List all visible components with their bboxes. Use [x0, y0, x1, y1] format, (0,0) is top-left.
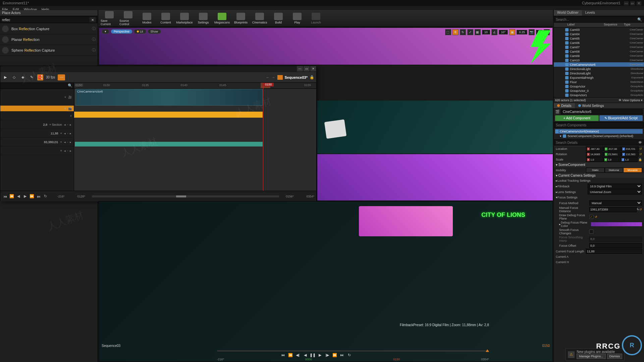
- folder-icon[interactable]: [277, 75, 283, 80]
- actor-result-row[interactable]: Box Reflection Captureⓘ: [0, 23, 98, 34]
- reset-icon[interactable]: ↺: [639, 147, 642, 150]
- toolbar-content-button[interactable]: Content: [157, 11, 174, 26]
- range-scrubber[interactable]: [92, 195, 279, 197]
- transform-scale-icon[interactable]: ⤢: [467, 29, 473, 35]
- cine-play-rev-button[interactable]: ◀: [303, 352, 308, 358]
- camera-settings-header[interactable]: ▾ Current Camera Settings: [554, 173, 644, 178]
- outliner-row[interactable]: DirectionalLightDirectional: [554, 71, 644, 75]
- curve-editor-button[interactable]: 〰: [58, 74, 65, 80]
- component-instance-row[interactable]: CineCameraActor6(Instance): [555, 129, 643, 134]
- blueprint-button[interactable]: ✎ Blueprint/Add Script: [599, 115, 643, 121]
- seq-close-button[interactable]: ✕: [310, 66, 316, 71]
- reset-icon[interactable]: ↺: [639, 208, 642, 211]
- outliner-search[interactable]: 🔍: [554, 16, 644, 22]
- toolbar-megascans-button[interactable]: Megascans: [213, 11, 231, 26]
- camera-icon[interactable]: 🎥: [68, 96, 72, 99]
- view-options-dropdown[interactable]: 👁 View Options ▾: [619, 99, 643, 102]
- search-components-input[interactable]: [556, 123, 642, 127]
- seq-key-button[interactable]: ◇: [11, 74, 17, 80]
- play-button[interactable]: ▶: [22, 194, 28, 199]
- seq-play-button[interactable]: ▶: [2, 74, 8, 80]
- focus-offset-input[interactable]: [589, 243, 642, 248]
- add-component-button[interactable]: + Add Component: [555, 115, 599, 121]
- cine-step-back-button[interactable]: ⏪: [288, 352, 293, 358]
- rotation-y-input[interactable]: Y23,5861: [604, 152, 621, 157]
- add-icon[interactable]: +: [64, 107, 66, 110]
- level-viewport[interactable]: ▾ Perspective Lit Show ⬚ ✥ ↻ ⤢ ▦ 10 ∠ 10…: [99, 27, 553, 65]
- outliner-row[interactable]: DirectionalLightDirectional: [554, 67, 644, 71]
- scene-component-header[interactable]: ▾ SceneComponent: [554, 162, 644, 167]
- draw-debug-plane-checkbox[interactable]: [589, 215, 593, 219]
- cine-to-start-button[interactable]: ⏮: [280, 352, 286, 358]
- info-icon[interactable]: ⓘ: [92, 37, 96, 42]
- tab-details[interactable]: Details: [554, 103, 575, 108]
- lit-mode-dropdown[interactable]: Lit: [134, 29, 146, 34]
- spawn-track-row[interactable]: + 🎬: [0, 106, 74, 112]
- actor-result-row[interactable]: Planar Reflectionⓘ: [0, 34, 98, 45]
- manual-distance-input[interactable]: [589, 207, 637, 212]
- transform-select-icon[interactable]: ⬚: [445, 29, 451, 35]
- to-end-button[interactable]: ⏭: [36, 194, 41, 199]
- outliner-row[interactable]: Cam07CineCamer: [554, 45, 644, 49]
- add-track-icon[interactable]: +: [64, 96, 66, 99]
- toolbar-source-control-button[interactable]: Source Control: [119, 11, 137, 26]
- cinematic-scrubber[interactable]: [217, 350, 489, 352]
- focus-method-dropdown[interactable]: Manual: [589, 200, 642, 205]
- property-track-row[interactable]: 2,8+ Section◂ ◦ ▸: [0, 120, 74, 129]
- tab-world-outliner[interactable]: World Outliner: [554, 10, 582, 16]
- show-dropdown[interactable]: Show: [148, 29, 161, 34]
- step-fwd-button[interactable]: ⏩: [29, 194, 35, 199]
- outliner-row[interactable]: Cam03CineCamer: [554, 27, 644, 32]
- camera-gizmo-icon[interactable]: [324, 119, 346, 139]
- playhead[interactable]: [263, 83, 263, 191]
- place-actors-header[interactable]: Place Actors: [0, 10, 98, 16]
- scale-z-input[interactable]: Z1,0: [621, 157, 638, 162]
- reset-icon[interactable]: ↺: [639, 153, 642, 156]
- mobility-static-button[interactable]: Static: [586, 168, 605, 173]
- viewport-options-dropdown[interactable]: ▾: [102, 29, 109, 34]
- actor-result-row[interactable]: Sphere Reflection Captureⓘ: [0, 45, 98, 56]
- debug-plane-color-swatch[interactable]: [591, 222, 642, 226]
- outliner-row[interactable]: GroupActorGroupActo: [554, 84, 644, 88]
- scale-y-input[interactable]: Y1,0: [603, 157, 621, 162]
- green-track-row[interactable]: + ◂ ◦ ▸: [0, 146, 74, 155]
- location-y-input[interactable]: Y-917,06: [604, 146, 621, 151]
- lock-icon[interactable]: 🔒: [310, 75, 314, 79]
- lookat-row[interactable]: ▸ Lookat Tracking Settings: [554, 178, 644, 183]
- subtrack-row[interactable]: +: [0, 112, 74, 120]
- camera-speed-icon[interactable]: 📷: [529, 29, 535, 35]
- lens-dropdown[interactable]: Universal Zoom: [588, 189, 642, 194]
- eyedropper-icon[interactable]: ✎: [637, 208, 639, 211]
- camera-clip[interactable]: CineCameraActor6: [75, 89, 263, 106]
- step-back-button[interactable]: ⏪: [9, 194, 14, 199]
- rotation-z-input[interactable]: Z132,583: [621, 152, 639, 157]
- cine-prev-key-button[interactable]: ◀|: [295, 352, 301, 358]
- transform-rotate-icon[interactable]: ↻: [460, 29, 466, 35]
- angle-snap-icon[interactable]: ∠: [491, 29, 497, 35]
- key-controls[interactable]: ◂ ◦ ▸: [64, 149, 72, 153]
- outliner-row[interactable]: ExponentialHeighExponenti: [554, 75, 644, 80]
- seq-minimize-button[interactable]: —: [297, 66, 303, 71]
- outliner-row[interactable]: GroupActor_0GroupActo: [554, 88, 644, 93]
- scale-snap-icon[interactable]: ▣: [509, 29, 515, 35]
- property-track-row[interactable]: 83,386131+◂ ◦ ▸: [0, 138, 74, 146]
- spawn-bar-clip[interactable]: [74, 112, 263, 118]
- fps-dropdown[interactable]: 30 fps: [46, 75, 55, 79]
- outliner-row[interactable]: GroupActor1GroupActo: [554, 93, 644, 97]
- outliner-row[interactable]: FloorStaticMesh: [554, 80, 644, 84]
- cine-play-button[interactable]: ▶: [317, 352, 323, 358]
- tab-world-settings[interactable]: World Settings: [575, 103, 607, 108]
- outliner-row[interactable]: Cam10CineCamer: [554, 58, 644, 62]
- seq-autokey-button[interactable]: ◈: [20, 74, 26, 80]
- reset-icon[interactable]: ↺: [595, 215, 597, 219]
- clear-search-icon[interactable]: ✕: [90, 17, 96, 22]
- filter-icon[interactable]: 👁: [638, 140, 642, 144]
- scale-snap-value[interactable]: 0.25: [517, 30, 527, 35]
- toolbar-marketplace-button[interactable]: Marketplace: [176, 11, 193, 26]
- seq-snap-button[interactable]: 🧲: [37, 74, 43, 80]
- manage-plugins-button[interactable]: Manage Plugins...: [577, 354, 605, 359]
- range-out[interactable]: 0156*: [286, 195, 294, 198]
- to-start-button[interactable]: ⏮: [2, 194, 8, 199]
- cine-loop-button[interactable]: ↻: [347, 352, 352, 358]
- green-track-clip[interactable]: [75, 142, 263, 146]
